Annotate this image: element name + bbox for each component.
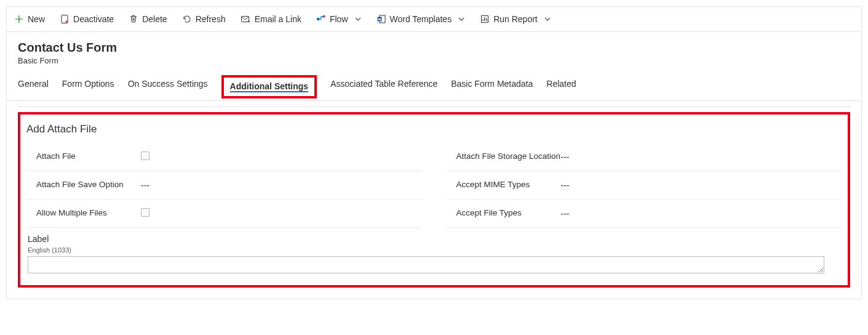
storage-location-value[interactable]: --- [561, 152, 842, 162]
word-templates-button[interactable]: Word Templates [375, 12, 467, 26]
word-icon [376, 14, 386, 24]
deactivate-button[interactable]: Deactivate [58, 12, 115, 26]
word-templates-label: Word Templates [390, 14, 452, 24]
label-textarea[interactable] [28, 256, 824, 273]
allow-multiple-checkbox[interactable] [141, 208, 149, 217]
page-subtitle: Basic Form [18, 56, 850, 65]
svg-rect-2 [66, 22, 68, 22]
tab-metadata[interactable]: Basic Form Metadata [451, 79, 533, 95]
deactivate-icon [60, 14, 70, 24]
storage-location-label: Attach File Storage Location [456, 151, 561, 162]
save-option-label: Attach File Save Option [36, 179, 141, 190]
new-label: New [28, 14, 45, 24]
email-link-label: Email a Link [255, 14, 301, 24]
file-types-label: Accept File Types [456, 208, 561, 219]
email-link-button[interactable]: Email a Link [239, 12, 303, 26]
tab-associated-table[interactable]: Associated Table Reference [330, 79, 437, 95]
attach-file-checkbox[interactable] [141, 151, 149, 160]
tab-form-options[interactable]: Form Options [62, 79, 114, 95]
label-language: English (1033) [28, 246, 840, 254]
refresh-button[interactable]: Refresh [181, 12, 227, 26]
form-header: Contact Us Form Basic Form General Form … [7, 32, 861, 101]
mime-types-label: Accept MIME Types [456, 179, 561, 190]
above-section-box [18, 101, 850, 107]
tab-related[interactable]: Related [546, 79, 576, 95]
deactivate-label: Deactivate [73, 14, 114, 24]
svg-rect-5 [323, 15, 325, 18]
chevron-down-icon [458, 15, 465, 23]
page-title: Contact Us Form [18, 41, 850, 55]
file-types-value[interactable]: --- [561, 209, 842, 219]
refresh-icon [182, 14, 192, 24]
allow-multiple-label: Allow Multiple Files [36, 208, 141, 219]
refresh-label: Refresh [196, 14, 226, 24]
delete-label: Delete [142, 14, 167, 24]
command-bar: New Deactivate Delete Refresh Email a Li… [7, 7, 861, 32]
section-title: Add Attach File [26, 123, 842, 135]
mime-types-value[interactable]: --- [561, 180, 842, 190]
tab-on-success[interactable]: On Success Settings [128, 79, 208, 95]
tab-additional-settings[interactable]: Additional Settings [230, 81, 309, 92]
chevron-down-icon [354, 15, 362, 23]
left-column: Attach File Attach File Save Option --- … [26, 143, 422, 228]
attach-file-label: Attach File [36, 151, 141, 162]
report-icon [480, 14, 490, 24]
chevron-down-icon [544, 15, 551, 23]
email-icon [241, 14, 251, 24]
right-column: Attach File Storage Location --- Accept … [447, 143, 842, 228]
label-field-label: Label [28, 234, 840, 244]
new-button[interactable]: New [13, 12, 46, 26]
attach-file-section-highlight: Add Attach File Attach File Attach File … [18, 112, 850, 288]
delete-button[interactable]: Delete [127, 12, 168, 26]
run-report-label: Run Report [493, 14, 538, 24]
trash-icon [129, 14, 138, 24]
flow-label: Flow [330, 14, 348, 24]
save-option-value[interactable]: --- [141, 180, 422, 190]
form-tabs: General Form Options On Success Settings… [18, 79, 850, 101]
svg-rect-4 [317, 18, 319, 20]
plus-icon [14, 14, 24, 24]
run-report-button[interactable]: Run Report [479, 12, 552, 26]
flow-button[interactable]: Flow [315, 12, 363, 26]
flow-icon [316, 14, 326, 24]
tab-general[interactable]: General [18, 79, 49, 95]
tab-additional-settings-highlight: Additional Settings [221, 75, 317, 99]
